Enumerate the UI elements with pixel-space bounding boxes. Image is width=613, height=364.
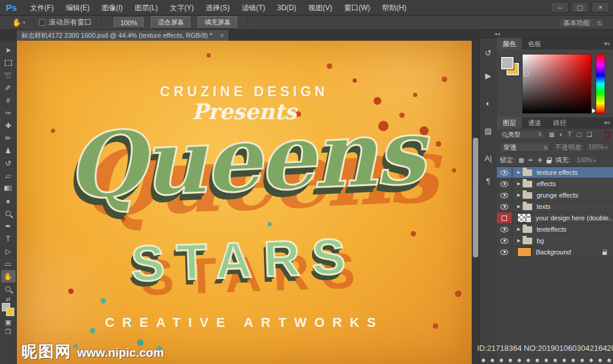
scroll-all-windows-checkbox[interactable] bbox=[39, 19, 45, 26]
layers-panel-tab[interactable]: 路径 bbox=[547, 117, 572, 129]
group-expander-icon[interactable]: ▶ bbox=[517, 181, 520, 186]
layer-visibility-toggle[interactable] bbox=[497, 235, 512, 246]
menu-item[interactable]: 窗口(W) bbox=[338, 4, 376, 12]
layers-panel-tab[interactable]: 通道 bbox=[522, 117, 547, 129]
actions-panel-icon[interactable]: ▶ bbox=[481, 68, 496, 83]
layers-panel-tab[interactable]: 图层 bbox=[497, 117, 522, 129]
color-panel-tab[interactable]: 色板 bbox=[522, 38, 547, 50]
layer-visibility-toggle[interactable] bbox=[497, 224, 512, 235]
filter-shape-icon[interactable]: ▢ bbox=[576, 131, 582, 138]
lock-transparent-pixels-icon[interactable]: ▩ bbox=[518, 157, 524, 163]
group-expander-icon[interactable]: ▶ bbox=[517, 193, 520, 198]
maximize-button[interactable]: ▢ bbox=[571, 2, 589, 13]
pen-tool[interactable]: ✒ bbox=[1, 220, 16, 232]
opacity-input[interactable]: 100% ▾ bbox=[585, 142, 609, 152]
lock-all-icon[interactable] bbox=[547, 160, 551, 163]
history-panel-icon[interactable]: ↺ bbox=[481, 46, 496, 60]
quick-selection-tool[interactable]: ✐ bbox=[1, 81, 16, 94]
marquee-tool[interactable] bbox=[1, 56, 16, 69]
layer-filter-toggle[interactable] bbox=[606, 132, 609, 138]
saturation-brightness-field[interactable] bbox=[522, 54, 591, 114]
filter-smart-object-icon[interactable]: ❏ bbox=[587, 131, 592, 138]
crop-tool[interactable]: # bbox=[1, 94, 16, 107]
filter-image-icon[interactable]: ▦ bbox=[549, 131, 554, 138]
layer-row[interactable]: your design here (double... bbox=[497, 213, 613, 224]
history-brush-tool[interactable]: ↺ bbox=[1, 157, 16, 169]
styles-panel-icon[interactable]: ▨ bbox=[481, 123, 496, 138]
lock-position-icon[interactable]: ✜ bbox=[538, 157, 542, 163]
document-canvas[interactable]: CRUZINE DESIGN Presents Queens STARS CRE… bbox=[17, 41, 472, 364]
screen-mode-button[interactable]: ❐ bbox=[1, 328, 16, 338]
hue-slider-cursor[interactable] bbox=[592, 108, 596, 113]
actual-pixels-button[interactable]: 100% bbox=[114, 17, 144, 28]
color-panel-tab[interactable]: 颜色 bbox=[497, 38, 522, 50]
menu-item[interactable]: 文字(Y) bbox=[164, 4, 200, 12]
tool-preset-arrow-icon[interactable]: ▾ bbox=[23, 20, 25, 25]
layer-row[interactable]: ▶effects bbox=[497, 178, 613, 190]
quick-mask-button[interactable]: ▣ bbox=[1, 318, 16, 328]
eraser-tool[interactable]: ▱ bbox=[1, 169, 16, 182]
layer-visibility-toggle[interactable] bbox=[497, 213, 512, 223]
layer-visibility-toggle[interactable] bbox=[497, 190, 512, 201]
document-tab[interactable]: 标志样机4172 2300 1600.psd @ 44.4% (texture … bbox=[17, 30, 229, 41]
tab-close-icon[interactable]: × bbox=[220, 32, 224, 39]
layer-visibility-toggle[interactable] bbox=[497, 167, 512, 178]
layer-row[interactable]: ▶bg bbox=[497, 235, 613, 247]
swap-colors-icon[interactable]: ⇄ bbox=[6, 296, 11, 302]
group-expander-icon[interactable]: ▶ bbox=[517, 238, 520, 243]
foreground-color-swatch[interactable] bbox=[501, 57, 514, 69]
layer-row[interactable]: ▶texteffects bbox=[497, 224, 613, 235]
smart-object-thumbnail[interactable] bbox=[517, 213, 532, 223]
group-expander-icon[interactable]: ▶ bbox=[517, 227, 520, 232]
group-expander-icon[interactable]: ▶ bbox=[517, 170, 520, 175]
scrollbar-thumb[interactable] bbox=[473, 138, 478, 257]
rectangle-tool[interactable]: ▭ bbox=[1, 257, 16, 270]
layer-row[interactable]: Background bbox=[497, 247, 613, 258]
lock-image-pixels-icon[interactable]: ✏ bbox=[529, 157, 533, 163]
menu-item[interactable]: 3D(D) bbox=[271, 4, 302, 12]
layer-thumbnail[interactable] bbox=[517, 247, 532, 257]
menu-item[interactable]: 选择(S) bbox=[200, 4, 236, 12]
layer-visibility-toggle[interactable] bbox=[497, 178, 512, 189]
layer-row[interactable]: ▶grunge effects bbox=[497, 190, 613, 201]
close-button[interactable]: × bbox=[591, 2, 609, 13]
adjustments-panel-icon[interactable]: ◐ bbox=[481, 96, 496, 110]
path-selection-tool[interactable]: ▷ bbox=[1, 245, 16, 257]
fill-input[interactable]: 100% ▾ bbox=[573, 156, 597, 165]
paragraph-panel-icon[interactable]: ¶ bbox=[481, 174, 496, 188]
type-tool[interactable]: T bbox=[1, 232, 16, 245]
fit-screen-button[interactable]: 适合屏幕 bbox=[151, 16, 190, 29]
layer-row[interactable]: ▶texts bbox=[497, 201, 613, 213]
move-tool[interactable]: ➤ bbox=[1, 44, 16, 56]
menu-item[interactable]: 文件(F) bbox=[24, 4, 59, 12]
blend-mode-select[interactable]: 穿透 ⇅ bbox=[500, 142, 550, 152]
menu-item[interactable]: 视图(V) bbox=[302, 4, 338, 12]
layer-row[interactable]: ▶texture effects bbox=[497, 167, 613, 178]
brush-tool[interactable]: ✏ bbox=[1, 132, 16, 144]
hue-slider[interactable] bbox=[596, 54, 605, 114]
minimize-button[interactable]: – bbox=[551, 2, 569, 13]
layer-filter-kind-select[interactable]: 类型 ⇅ bbox=[500, 130, 544, 139]
menu-item[interactable]: 图像(I) bbox=[96, 4, 129, 12]
panel-menu-icon[interactable]: ▾≡ bbox=[604, 41, 610, 47]
filter-type-icon[interactable]: T bbox=[568, 131, 572, 138]
menu-item[interactable]: 滤镜(T) bbox=[236, 4, 271, 12]
hand-tool[interactable]: ✋ bbox=[1, 270, 16, 283]
layer-visibility-toggle[interactable] bbox=[497, 201, 512, 212]
eyedropper-tool[interactable]: ✑ bbox=[1, 107, 16, 119]
workspace-selector[interactable]: 基本功能 ⇅ bbox=[558, 18, 605, 28]
filter-adjustment-icon[interactable]: ◐ bbox=[559, 131, 563, 138]
character-panel-icon[interactable]: A| bbox=[481, 151, 496, 165]
lasso-tool[interactable]: ➰ bbox=[1, 69, 16, 81]
blur-tool[interactable]: ♠ bbox=[1, 195, 16, 207]
layer-visibility-toggle[interactable] bbox=[497, 247, 512, 257]
hand-tool-icon[interactable]: ✋ bbox=[12, 18, 22, 27]
dodge-tool[interactable] bbox=[1, 207, 16, 220]
canvas-vertical-scrollbar[interactable] bbox=[472, 41, 479, 364]
panel-menu-icon[interactable]: ▾≡ bbox=[604, 120, 610, 126]
zoom-tool[interactable] bbox=[1, 283, 16, 295]
collapse-panels-icon[interactable]: ◂◂ bbox=[494, 31, 500, 37]
healing-brush-tool[interactable]: ✚ bbox=[1, 119, 16, 132]
background-color-swatch[interactable] bbox=[6, 308, 14, 316]
menu-item[interactable]: 帮助(H) bbox=[376, 4, 412, 12]
